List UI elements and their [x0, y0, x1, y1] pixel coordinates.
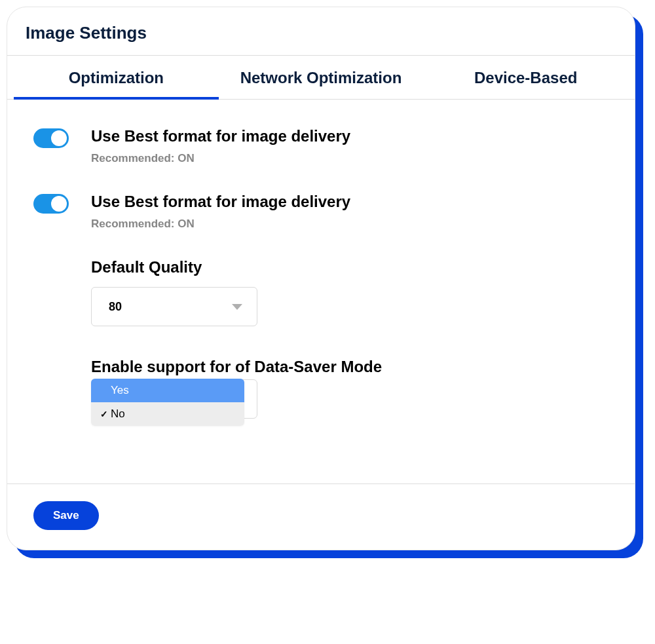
footer: Save — [7, 484, 635, 530]
data-saver-option-yes[interactable]: Yes — [91, 379, 244, 402]
default-quality-block: Default Quality 80 — [91, 258, 608, 326]
save-button[interactable]: Save — [33, 501, 99, 530]
page-title: Image Settings — [7, 23, 635, 55]
check-slot: ✓ — [100, 407, 111, 421]
toggle-knob-icon — [51, 130, 67, 146]
tabs: Optimization Network Optimization Device… — [7, 56, 635, 100]
data-saver-dropdown-menu: Yes ✓ No — [91, 379, 244, 426]
data-saver-option-no[interactable]: ✓ No — [91, 402, 244, 426]
toggle-best-format-1[interactable] — [33, 128, 69, 148]
option-label-no: No — [111, 407, 125, 421]
settings-card: Image Settings Optimization Network Opti… — [7, 7, 635, 550]
setting-hint-1: Recommended: ON — [91, 152, 350, 165]
setting-text-2: Use Best format for image delivery Recom… — [91, 193, 350, 231]
toggle-best-format-2[interactable] — [33, 194, 69, 214]
default-quality-select[interactable]: 80 — [91, 287, 257, 326]
setting-text-1: Use Best format for image delivery Recom… — [91, 127, 350, 165]
tab-optimization[interactable]: Optimization — [14, 56, 219, 99]
content-panel: Use Best format for image delivery Recom… — [7, 100, 635, 478]
tab-device-based[interactable]: Device-Based — [423, 56, 628, 99]
setting-label-2: Use Best format for image delivery — [91, 193, 350, 211]
chevron-down-icon — [232, 304, 242, 310]
tab-network-optimization[interactable]: Network Optimization — [219, 56, 424, 99]
check-icon: ✓ — [100, 409, 108, 419]
spacer — [33, 445, 608, 472]
default-quality-label: Default Quality — [91, 258, 608, 276]
setting-best-format-2: Use Best format for image delivery Recom… — [33, 193, 608, 231]
toggle-knob-icon — [51, 196, 67, 212]
setting-best-format-1: Use Best format for image delivery Recom… — [33, 127, 608, 165]
default-quality-value: 80 — [109, 300, 122, 314]
setting-hint-2: Recommended: ON — [91, 218, 350, 231]
option-label-yes: Yes — [111, 384, 129, 397]
data-saver-label: Enable support for of Data-Saver Mode — [91, 358, 608, 376]
data-saver-block: Enable support for of Data-Saver Mode Ye… — [91, 358, 608, 426]
setting-label-1: Use Best format for image delivery — [91, 127, 350, 145]
